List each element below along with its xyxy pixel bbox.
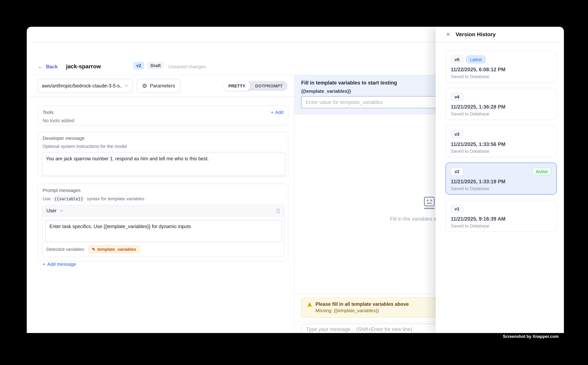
version-saved-text: Saved to Database — [451, 74, 551, 79]
tools-card: Tools + Add No tools added — [38, 106, 288, 126]
version-list: v5 Latest 11/22/2025, 6:08:12 PM Saved t… — [436, 42, 564, 232]
version-card-v4[interactable]: v4 11/21/2025, 1:36:28 PM Saved to Datab… — [446, 88, 557, 120]
parameters-button[interactable]: ⚙ Parameters — [137, 79, 180, 93]
tools-title: Tools — [43, 110, 54, 115]
model-select-value: aws/anthropic/bedrock-claude-3-5-s... — [42, 83, 122, 89]
app-window: ← Back jack-sparrow v2 Draft Unsaved cha… — [27, 27, 564, 333]
back-label: Back — [46, 64, 58, 69]
plus-icon: + — [43, 262, 45, 267]
header-badges: v2 Draft — [133, 62, 164, 69]
warning-icon — [307, 302, 312, 307]
version-number-badge: v1 — [451, 205, 463, 213]
message-block: User Enter task specifics. Use {{templat… — [42, 205, 284, 257]
model-toolbar: aws/anthropic/bedrock-claude-3-5-s... ⚙ … — [27, 75, 294, 97]
version-number-badge: v5 — [451, 56, 463, 63]
version-badge: v2 — [133, 62, 144, 69]
chevron-down-icon — [125, 84, 129, 87]
version-number-badge: v3 — [451, 130, 463, 138]
version-history-panel: ✕ Version History v5 Latest 11/22/2025, … — [436, 27, 564, 333]
back-button[interactable]: ← Back — [38, 64, 58, 69]
message-header: User — [42, 205, 284, 217]
message-body: Enter task specifics. Use {{template_var… — [42, 217, 284, 242]
version-saved-text: Saved to Database — [451, 111, 551, 116]
editor-scroll-area: Tools + Add No tools added Developer mes… — [38, 97, 288, 333]
prompt-message-input[interactable]: Enter task specifics. Use {{template_var… — [45, 220, 282, 242]
add-tool-button[interactable]: + Add — [271, 110, 284, 115]
parameters-label: Parameters — [150, 83, 175, 89]
watermark-text: Screenshot by Xnapper.com — [503, 334, 559, 339]
role-select[interactable]: User — [46, 208, 63, 213]
plus-icon: + — [271, 110, 274, 115]
version-card-v3[interactable]: v3 11/21/2025, 1:33:56 PM Saved to Datab… — [446, 125, 557, 157]
developer-message-title: Developer message — [43, 136, 284, 141]
pencil-icon: ✎ — [92, 247, 95, 251]
version-saved-text: Saved to Database — [451, 148, 551, 154]
robot-icon — [422, 196, 437, 210]
page-title: jack-sparrow — [66, 63, 101, 69]
view-mode-toggle: PRETTY DOTPROMPT — [223, 81, 288, 91]
add-tool-label: Add — [275, 110, 284, 115]
chevron-down-icon — [60, 210, 63, 212]
version-card-v5[interactable]: v5 Latest 11/22/2025, 6:08:12 PM Saved t… — [446, 50, 557, 83]
prompt-messages-title: Prompt messages — [43, 188, 285, 193]
tab-dotprompt[interactable]: DOTPROMPT — [250, 81, 288, 91]
variable-code-chip: {{variable}} — [53, 196, 85, 201]
screenshot-canvas: ← Back jack-sparrow v2 Draft Unsaved cha… — [0, 0, 588, 365]
hint-prefix: Use — [43, 196, 51, 201]
draft-badge: Draft — [147, 62, 164, 69]
version-card-v1[interactable]: v1 11/21/2025, 9:16:39 AM Saved to Datab… — [446, 200, 557, 232]
warning-title: Please fill in all template variables ab… — [316, 301, 409, 307]
close-icon[interactable]: ✕ — [446, 32, 450, 37]
model-select[interactable]: aws/anthropic/bedrock-claude-3-5-s... — [38, 79, 133, 93]
template-variable-name: template_variables — [97, 247, 136, 252]
version-date: 11/21/2025, 1:36:28 PM — [451, 104, 551, 110]
version-date: 11/21/2025, 1:33:56 PM — [451, 141, 551, 147]
tab-pretty[interactable]: PRETTY — [223, 81, 250, 91]
unsaved-changes-text: Unsaved changes — [168, 64, 206, 69]
version-date: 11/21/2025, 1:33:19 PM — [451, 179, 551, 184]
detected-variables-label: Detected variables: — [46, 247, 85, 252]
prompt-messages-card: Prompt messages Use {{variable}} syntax … — [38, 184, 288, 261]
version-history-title: Version History — [456, 31, 496, 37]
tools-empty-text: No tools added — [43, 118, 284, 123]
variable-syntax-hint: Use {{variable}} syntax for template var… — [43, 196, 285, 201]
version-date: 11/21/2025, 9:16:39 AM — [451, 216, 551, 222]
version-saved-text: Saved to Database — [451, 223, 551, 229]
version-date: 11/22/2025, 6:08:12 PM — [451, 67, 551, 72]
drag-handle-icon[interactable] — [276, 208, 280, 213]
add-message-label: Add message — [47, 262, 76, 267]
back-arrow-icon: ← — [38, 64, 43, 69]
developer-message-card: Developer message Optional system instru… — [38, 132, 288, 177]
version-saved-text: Saved to Database — [451, 186, 551, 191]
role-select-value: User — [46, 208, 56, 213]
add-message-button[interactable]: + Add message — [43, 262, 285, 267]
version-card-v2[interactable]: v2 Active 11/21/2025, 1:33:19 PM Saved t… — [446, 162, 557, 195]
developer-message-subtitle: Optional system instructions for the mod… — [43, 144, 284, 149]
gear-icon: ⚙ — [142, 83, 147, 89]
version-number-badge: v4 — [451, 93, 463, 101]
detected-variables-row: Detected variables: ✎ template_variables — [42, 242, 284, 257]
template-variable-chip[interactable]: ✎ template_variables — [89, 246, 140, 253]
hint-suffix: syntax for template variables — [87, 196, 144, 201]
editor-column: aws/anthropic/bedrock-claude-3-5-s... ⚙ … — [27, 75, 294, 333]
version-history-header: ✕ Version History — [436, 27, 564, 42]
version-number-badge: v2 — [451, 167, 463, 175]
latest-badge: Latest — [466, 56, 485, 63]
active-badge: Active — [532, 167, 552, 175]
developer-message-input[interactable]: You are jack sparrow number 1, respond a… — [42, 152, 285, 176]
